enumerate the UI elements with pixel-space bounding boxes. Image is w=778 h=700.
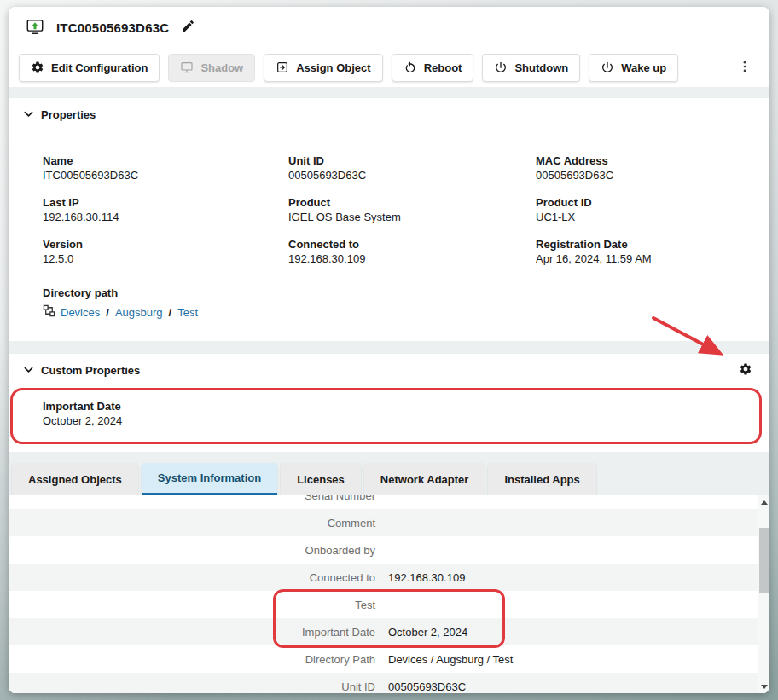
button-label: Shutdown (514, 61, 568, 74)
breadcrumb-link-devices[interactable]: Devices (61, 306, 100, 319)
breadcrumb: Devices / Augsburg / Test (43, 304, 752, 320)
row-label: Directory Path (9, 653, 375, 666)
field-last-ip: Last IP192.168.30.114 (43, 196, 288, 224)
page-title: ITC00505693D63C (56, 20, 169, 35)
table-row: Important DateOctober 2, 2024 (9, 618, 758, 645)
breadcrumb-separator: / (169, 306, 172, 319)
device-detail-page: ITC00505693D63C Edit Configuration (0, 0, 778, 700)
scroll-up-arrow[interactable] (758, 496, 769, 508)
table-row: Directory PathDevices / Augsburg / Test (9, 645, 758, 673)
field-version: Version12.5.0 (43, 238, 288, 266)
shadow-button[interactable]: Shadow (168, 54, 255, 82)
table-row: Onboarded by (9, 536, 758, 564)
edit-title-button[interactable] (179, 17, 197, 38)
table-row: Connected to192.168.30.109 (9, 564, 758, 591)
breadcrumb-link-augsburg[interactable]: Augsburg (115, 306, 163, 319)
gear-icon (739, 362, 752, 379)
tab-system-information[interactable]: System Information (142, 463, 277, 495)
field-product: ProductIGEL OS Base System (288, 196, 536, 224)
scrollbar-thumb[interactable] (759, 528, 769, 593)
section-title: Custom Properties (41, 364, 140, 377)
field-important-date: Important Date October 2, 2024 (43, 400, 752, 428)
vertical-scrollbar[interactable] (758, 495, 769, 693)
button-label: Assign Object (296, 61, 370, 74)
row-label: Serial Number (9, 495, 375, 502)
properties-section: Properties NameITC00505693D63C Unit ID00… (9, 98, 769, 341)
more-menu-button[interactable] (734, 55, 756, 80)
header-block: ITC00505693D63C Edit Configuration (9, 7, 769, 87)
button-label: Wake up (621, 61, 666, 74)
chevron-down-icon[interactable] (24, 367, 33, 373)
tree-icon (43, 304, 55, 320)
breadcrumb-link-test[interactable]: Test (177, 306, 198, 319)
pencil-icon (181, 19, 195, 36)
row-label: Comment (9, 517, 375, 529)
system-information-panel: Serial Number Comment Onboarded by Conne… (9, 495, 769, 693)
kebab-icon (737, 59, 752, 77)
toolbar: Edit Configuration Shadow Assign Object (9, 48, 769, 87)
row-label: Test (9, 599, 375, 611)
button-label: Reboot (424, 61, 462, 74)
tab-installed-apps[interactable]: Installed Apps (488, 463, 595, 495)
table-row: Comment (9, 509, 758, 536)
properties-header: Properties (9, 98, 769, 130)
table-row: Test (9, 591, 758, 618)
tab-bar: Assigned Objects System Information Lice… (12, 463, 769, 495)
section-title: Properties (41, 108, 96, 121)
system-information-table: Serial Number Comment Onboarded by Conne… (9, 495, 758, 693)
monitor-icon (180, 61, 194, 74)
chevron-down-icon[interactable] (24, 111, 33, 118)
wake-up-button[interactable]: Wake up (589, 54, 678, 82)
row-label: Unit ID (9, 680, 375, 693)
power-icon (601, 61, 614, 74)
custom-properties-header: Custom Properties (9, 354, 769, 386)
row-label: Onboarded by (9, 544, 375, 557)
edit-configuration-button[interactable]: Edit Configuration (19, 54, 160, 82)
scroll-down-arrow[interactable] (758, 680, 769, 692)
button-label: Edit Configuration (51, 61, 148, 74)
title-row: ITC00505693D63C (9, 7, 769, 48)
assign-object-icon (276, 61, 289, 74)
row-value: October 2, 2024 (375, 626, 467, 639)
tab-licenses[interactable]: Licenses (281, 463, 361, 495)
power-icon (494, 61, 508, 74)
button-label: Shadow (200, 61, 243, 74)
custom-properties-settings-button[interactable] (737, 361, 754, 380)
table-row: Unit ID00505693D63C (9, 673, 758, 693)
table-row: Serial Number (9, 495, 758, 509)
tab-assigned-objects[interactable]: Assigned Objects (12, 463, 138, 495)
field-connected-to: Connected to192.168.30.109 (288, 238, 536, 266)
row-label: Connected to (9, 571, 375, 584)
gear-icon (31, 61, 44, 74)
row-value: Devices / Augsburg / Test (375, 653, 513, 666)
directory-path-field: Directory path Devices / Augsburg / Test (9, 266, 769, 320)
row-label: Important Date (9, 626, 375, 639)
properties-grid: NameITC00505693D63C Unit ID00505693D63C … (9, 130, 769, 266)
restart-icon (404, 61, 417, 74)
custom-properties-section: Custom Properties Important Date October… (9, 354, 769, 452)
field-mac-address: MAC Address00505693D63C (536, 154, 752, 182)
custom-properties-content: Important Date October 2, 2024 (9, 386, 769, 428)
device-icon (24, 16, 46, 38)
field-name: NameITC00505693D63C (43, 154, 288, 182)
breadcrumb-separator: / (106, 306, 109, 319)
device-card: ITC00505693D63C Edit Configuration (9, 7, 769, 693)
shutdown-button[interactable]: Shutdown (482, 54, 580, 82)
assign-object-button[interactable]: Assign Object (264, 54, 382, 82)
row-value: 00505693D63C (375, 680, 466, 693)
tab-network-adapter[interactable]: Network Adapter (364, 463, 485, 495)
field-registration-date: Registration DateApr 16, 2024, 11:59 AM (536, 238, 752, 266)
reboot-button[interactable]: Reboot (392, 54, 474, 82)
row-value: 192.168.30.109 (375, 571, 465, 584)
field-product-id: Product IDUC1-LX (536, 196, 752, 224)
field-unit-id: Unit ID00505693D63C (288, 154, 536, 182)
